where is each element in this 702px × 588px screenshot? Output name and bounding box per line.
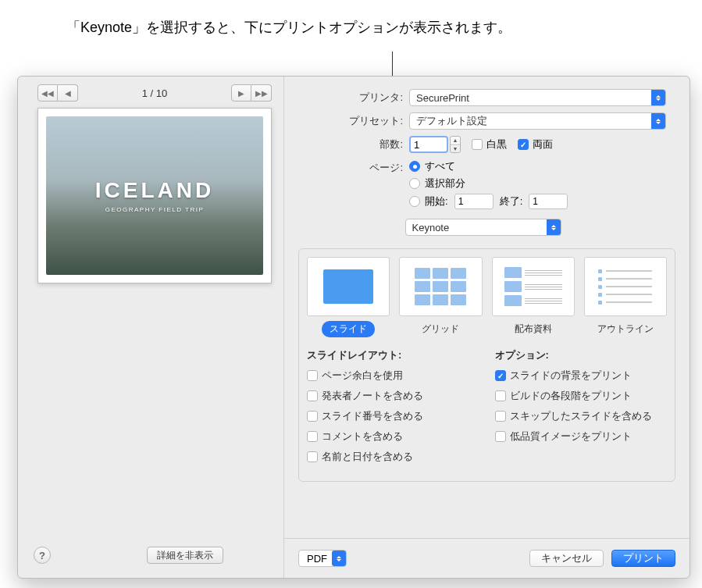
settings-pane: プリンタ: SecurePrint プリセット: デフォルト設定 部数: ▲▼	[283, 77, 690, 578]
pages-range-radio[interactable]	[409, 196, 420, 207]
section-select[interactable]: Keynote	[405, 219, 561, 236]
layout-outline[interactable]: アウトライン	[584, 257, 667, 337]
layout-slide-label: スライド	[322, 321, 375, 337]
pdf-dropdown[interactable]: PDF	[298, 550, 347, 567]
slide-image: ICELAND GEOGRAPHY FIELD TRIP	[46, 116, 263, 275]
comments-label: コメントを含める	[322, 429, 403, 444]
preset-select[interactable]: デフォルト設定	[409, 112, 666, 130]
layout-slide[interactable]: スライド	[307, 257, 390, 337]
slide-layout-heading: スライドレイアウト:	[307, 348, 479, 362]
slide-subtitle: GEOGRAPHY FIELD TRIP	[105, 206, 205, 213]
pages-all-radio[interactable]	[409, 161, 420, 172]
notes-label: 発表者ノートを含める	[322, 389, 423, 403]
skipped-checkbox[interactable]	[495, 411, 506, 422]
next-nav-group: ▶ ▶▶	[231, 84, 272, 102]
name-date-label: 名前と日付を含める	[322, 450, 413, 464]
bw-checkbox[interactable]	[472, 139, 483, 150]
pages-from-input[interactable]	[454, 194, 494, 209]
lowres-label: 低品質イメージをプリント	[510, 429, 632, 444]
numbers-label: スライド番号を含める	[322, 409, 423, 423]
comments-checkbox[interactable]	[307, 431, 318, 442]
printer-select[interactable]: SecurePrint	[409, 89, 666, 106]
prev-page-button[interactable]: ◀	[58, 84, 78, 102]
builds-label: ビルドの各段階をプリント	[510, 389, 632, 403]
duplex-checkbox[interactable]	[518, 139, 529, 150]
print-button[interactable]: プリント	[611, 550, 675, 567]
bw-label: 白黒	[486, 137, 507, 151]
page-indicator: 1 / 10	[142, 87, 168, 99]
preset-value: デフォルト設定	[416, 114, 487, 128]
copies-label: 部数:	[300, 137, 409, 151]
dialog-footer: PDF キャンセル プリント	[284, 538, 690, 578]
pages-selection-label: 選択部分	[425, 176, 465, 191]
pages-label: ページ:	[300, 159, 409, 175]
first-page-button[interactable]: ◀◀	[37, 84, 58, 102]
duplex-label: 両面	[533, 137, 553, 151]
background-checkbox[interactable]	[495, 370, 506, 381]
callout-text: 「Keynote」を選択すると、下にプリントオプションが表示されます。	[66, 17, 511, 38]
margins-checkbox[interactable]	[307, 370, 318, 381]
pages-from-label: 開始:	[425, 194, 448, 208]
preset-label: プリセット:	[300, 114, 409, 128]
margins-label: ページ余白を使用	[322, 369, 403, 383]
layout-handout[interactable]: 配布資料	[492, 257, 575, 337]
pdf-label: PDF	[307, 553, 327, 565]
help-button[interactable]: ?	[34, 547, 51, 564]
layout-grid-label: グリッド	[414, 321, 467, 337]
layout-handout-label: 配布資料	[507, 321, 560, 337]
hide-details-button[interactable]: 詳細を非表示	[147, 547, 223, 564]
dropdown-icon	[547, 219, 561, 235]
pages-all-label: すべて	[425, 159, 455, 173]
notes-checkbox[interactable]	[307, 390, 318, 401]
print-dialog: ◀◀ ◀ 1 / 10 ▶ ▶▶ ICELAND GEOGRAPHY FIELD…	[17, 76, 690, 579]
pages-to-label: 終了:	[500, 194, 523, 208]
preview-thumbnail: ICELAND GEOGRAPHY FIELD TRIP	[37, 108, 272, 283]
background-label: スライドの背景をプリント	[510, 369, 632, 383]
skipped-label: スキップしたスライドを含める	[510, 409, 652, 423]
pages-selection-radio[interactable]	[409, 178, 420, 189]
prev-nav-group: ◀◀ ◀	[37, 84, 78, 102]
numbers-checkbox[interactable]	[307, 411, 318, 422]
name-date-checkbox[interactable]	[307, 451, 318, 462]
printer-label: プリンタ:	[300, 91, 409, 105]
layout-grid[interactable]: グリッド	[399, 257, 482, 337]
next-page-button[interactable]: ▶	[231, 84, 251, 102]
preview-pane: ◀◀ ◀ 1 / 10 ▶ ▶▶ ICELAND GEOGRAPHY FIELD…	[26, 84, 283, 572]
section-value: Keynote	[412, 222, 450, 233]
cancel-button[interactable]: キャンセル	[529, 550, 604, 567]
copies-stepper[interactable]: ▲▼	[450, 136, 461, 153]
dropdown-icon	[651, 113, 665, 129]
printer-value: SecurePrint	[416, 92, 469, 104]
dropdown-icon	[651, 90, 665, 105]
dropdown-icon	[332, 551, 346, 566]
last-page-button[interactable]: ▶▶	[251, 84, 272, 102]
keynote-options-box: スライド グリッド 配布資料	[298, 248, 675, 482]
builds-checkbox[interactable]	[495, 390, 506, 401]
layout-outline-label: アウトライン	[590, 321, 661, 337]
slide-title: ICELAND	[95, 178, 214, 203]
copies-input[interactable]	[409, 136, 448, 153]
pages-to-input[interactable]	[529, 194, 568, 209]
options-heading: オプション:	[495, 348, 668, 362]
lowres-checkbox[interactable]	[495, 431, 506, 442]
